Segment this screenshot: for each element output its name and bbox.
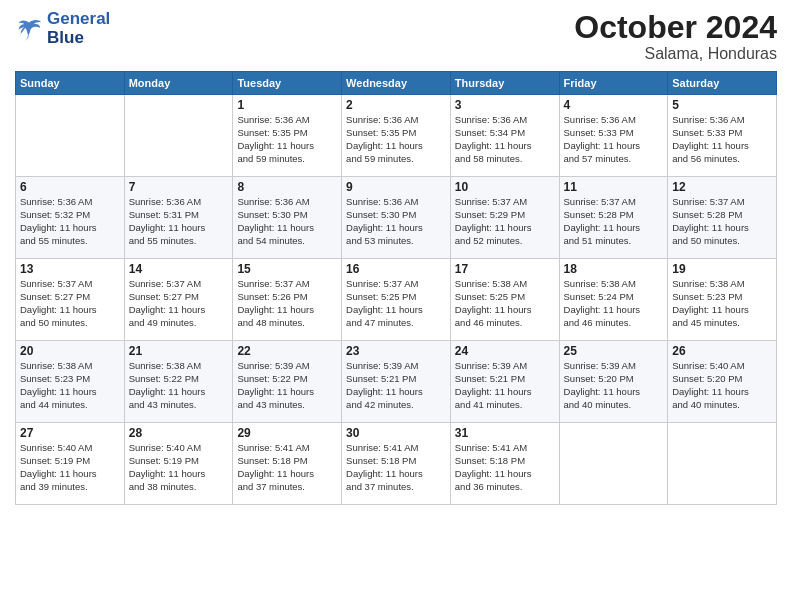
table-row: 16Sunrise: 5:37 AM Sunset: 5:25 PM Dayli…	[342, 259, 451, 341]
table-row: 13Sunrise: 5:37 AM Sunset: 5:27 PM Dayli…	[16, 259, 125, 341]
day-number: 28	[129, 426, 229, 440]
day-info: Sunrise: 5:38 AM Sunset: 5:24 PM Dayligh…	[564, 278, 664, 329]
day-number: 4	[564, 98, 664, 112]
week-row-1: 1Sunrise: 5:36 AM Sunset: 5:35 PM Daylig…	[16, 95, 777, 177]
table-row: 17Sunrise: 5:38 AM Sunset: 5:25 PM Dayli…	[450, 259, 559, 341]
header-row: Sunday Monday Tuesday Wednesday Thursday…	[16, 72, 777, 95]
logo-icon	[15, 15, 43, 43]
table-row: 29Sunrise: 5:41 AM Sunset: 5:18 PM Dayli…	[233, 423, 342, 505]
day-number: 9	[346, 180, 446, 194]
day-info: Sunrise: 5:36 AM Sunset: 5:33 PM Dayligh…	[672, 114, 772, 165]
table-row: 27Sunrise: 5:40 AM Sunset: 5:19 PM Dayli…	[16, 423, 125, 505]
day-info: Sunrise: 5:40 AM Sunset: 5:19 PM Dayligh…	[20, 442, 120, 493]
title-area: October 2024 Salama, Honduras	[574, 10, 777, 63]
day-info: Sunrise: 5:36 AM Sunset: 5:32 PM Dayligh…	[20, 196, 120, 247]
week-row-4: 20Sunrise: 5:38 AM Sunset: 5:23 PM Dayli…	[16, 341, 777, 423]
table-row: 4Sunrise: 5:36 AM Sunset: 5:33 PM Daylig…	[559, 95, 668, 177]
day-number: 24	[455, 344, 555, 358]
table-row: 3Sunrise: 5:36 AM Sunset: 5:34 PM Daylig…	[450, 95, 559, 177]
table-row: 10Sunrise: 5:37 AM Sunset: 5:29 PM Dayli…	[450, 177, 559, 259]
day-number: 23	[346, 344, 446, 358]
table-row: 7Sunrise: 5:36 AM Sunset: 5:31 PM Daylig…	[124, 177, 233, 259]
day-number: 31	[455, 426, 555, 440]
week-row-5: 27Sunrise: 5:40 AM Sunset: 5:19 PM Dayli…	[16, 423, 777, 505]
month-title: October 2024	[574, 10, 777, 45]
day-info: Sunrise: 5:37 AM Sunset: 5:26 PM Dayligh…	[237, 278, 337, 329]
table-row: 18Sunrise: 5:38 AM Sunset: 5:24 PM Dayli…	[559, 259, 668, 341]
day-number: 27	[20, 426, 120, 440]
day-number: 15	[237, 262, 337, 276]
table-row: 14Sunrise: 5:37 AM Sunset: 5:27 PM Dayli…	[124, 259, 233, 341]
day-number: 29	[237, 426, 337, 440]
table-row: 6Sunrise: 5:36 AM Sunset: 5:32 PM Daylig…	[16, 177, 125, 259]
day-info: Sunrise: 5:41 AM Sunset: 5:18 PM Dayligh…	[455, 442, 555, 493]
table-row	[124, 95, 233, 177]
day-number: 19	[672, 262, 772, 276]
day-number: 20	[20, 344, 120, 358]
day-info: Sunrise: 5:37 AM Sunset: 5:28 PM Dayligh…	[672, 196, 772, 247]
day-number: 25	[564, 344, 664, 358]
col-sunday: Sunday	[16, 72, 125, 95]
table-row: 2Sunrise: 5:36 AM Sunset: 5:35 PM Daylig…	[342, 95, 451, 177]
day-info: Sunrise: 5:39 AM Sunset: 5:21 PM Dayligh…	[346, 360, 446, 411]
table-row: 5Sunrise: 5:36 AM Sunset: 5:33 PM Daylig…	[668, 95, 777, 177]
day-info: Sunrise: 5:36 AM Sunset: 5:34 PM Dayligh…	[455, 114, 555, 165]
day-info: Sunrise: 5:37 AM Sunset: 5:27 PM Dayligh…	[20, 278, 120, 329]
col-monday: Monday	[124, 72, 233, 95]
day-info: Sunrise: 5:41 AM Sunset: 5:18 PM Dayligh…	[237, 442, 337, 493]
week-row-3: 13Sunrise: 5:37 AM Sunset: 5:27 PM Dayli…	[16, 259, 777, 341]
table-row	[16, 95, 125, 177]
day-number: 7	[129, 180, 229, 194]
day-number: 10	[455, 180, 555, 194]
day-number: 22	[237, 344, 337, 358]
day-info: Sunrise: 5:40 AM Sunset: 5:20 PM Dayligh…	[672, 360, 772, 411]
day-info: Sunrise: 5:36 AM Sunset: 5:30 PM Dayligh…	[346, 196, 446, 247]
day-info: Sunrise: 5:40 AM Sunset: 5:19 PM Dayligh…	[129, 442, 229, 493]
day-number: 30	[346, 426, 446, 440]
day-info: Sunrise: 5:41 AM Sunset: 5:18 PM Dayligh…	[346, 442, 446, 493]
day-info: Sunrise: 5:37 AM Sunset: 5:27 PM Dayligh…	[129, 278, 229, 329]
col-wednesday: Wednesday	[342, 72, 451, 95]
table-row: 31Sunrise: 5:41 AM Sunset: 5:18 PM Dayli…	[450, 423, 559, 505]
table-row: 22Sunrise: 5:39 AM Sunset: 5:22 PM Dayli…	[233, 341, 342, 423]
calendar-page: General Blue October 2024 Salama, Hondur…	[0, 0, 792, 612]
table-row	[668, 423, 777, 505]
day-info: Sunrise: 5:39 AM Sunset: 5:21 PM Dayligh…	[455, 360, 555, 411]
week-row-2: 6Sunrise: 5:36 AM Sunset: 5:32 PM Daylig…	[16, 177, 777, 259]
day-info: Sunrise: 5:37 AM Sunset: 5:28 PM Dayligh…	[564, 196, 664, 247]
day-info: Sunrise: 5:38 AM Sunset: 5:22 PM Dayligh…	[129, 360, 229, 411]
day-number: 6	[20, 180, 120, 194]
table-row: 15Sunrise: 5:37 AM Sunset: 5:26 PM Dayli…	[233, 259, 342, 341]
day-number: 1	[237, 98, 337, 112]
day-info: Sunrise: 5:38 AM Sunset: 5:23 PM Dayligh…	[20, 360, 120, 411]
col-friday: Friday	[559, 72, 668, 95]
table-row: 28Sunrise: 5:40 AM Sunset: 5:19 PM Dayli…	[124, 423, 233, 505]
table-row: 19Sunrise: 5:38 AM Sunset: 5:23 PM Dayli…	[668, 259, 777, 341]
col-saturday: Saturday	[668, 72, 777, 95]
calendar-table: Sunday Monday Tuesday Wednesday Thursday…	[15, 71, 777, 505]
day-info: Sunrise: 5:36 AM Sunset: 5:35 PM Dayligh…	[346, 114, 446, 165]
table-row: 24Sunrise: 5:39 AM Sunset: 5:21 PM Dayli…	[450, 341, 559, 423]
table-row: 9Sunrise: 5:36 AM Sunset: 5:30 PM Daylig…	[342, 177, 451, 259]
header: General Blue October 2024 Salama, Hondur…	[15, 10, 777, 63]
day-number: 17	[455, 262, 555, 276]
logo: General Blue	[15, 10, 110, 47]
day-number: 14	[129, 262, 229, 276]
day-info: Sunrise: 5:36 AM Sunset: 5:35 PM Dayligh…	[237, 114, 337, 165]
day-info: Sunrise: 5:36 AM Sunset: 5:33 PM Dayligh…	[564, 114, 664, 165]
table-row	[559, 423, 668, 505]
day-info: Sunrise: 5:39 AM Sunset: 5:20 PM Dayligh…	[564, 360, 664, 411]
day-number: 3	[455, 98, 555, 112]
day-number: 8	[237, 180, 337, 194]
location-subtitle: Salama, Honduras	[574, 45, 777, 63]
table-row: 23Sunrise: 5:39 AM Sunset: 5:21 PM Dayli…	[342, 341, 451, 423]
day-info: Sunrise: 5:36 AM Sunset: 5:30 PM Dayligh…	[237, 196, 337, 247]
table-row: 8Sunrise: 5:36 AM Sunset: 5:30 PM Daylig…	[233, 177, 342, 259]
day-number: 26	[672, 344, 772, 358]
day-info: Sunrise: 5:39 AM Sunset: 5:22 PM Dayligh…	[237, 360, 337, 411]
table-row: 26Sunrise: 5:40 AM Sunset: 5:20 PM Dayli…	[668, 341, 777, 423]
table-row: 11Sunrise: 5:37 AM Sunset: 5:28 PM Dayli…	[559, 177, 668, 259]
day-number: 11	[564, 180, 664, 194]
day-info: Sunrise: 5:36 AM Sunset: 5:31 PM Dayligh…	[129, 196, 229, 247]
table-row: 20Sunrise: 5:38 AM Sunset: 5:23 PM Dayli…	[16, 341, 125, 423]
